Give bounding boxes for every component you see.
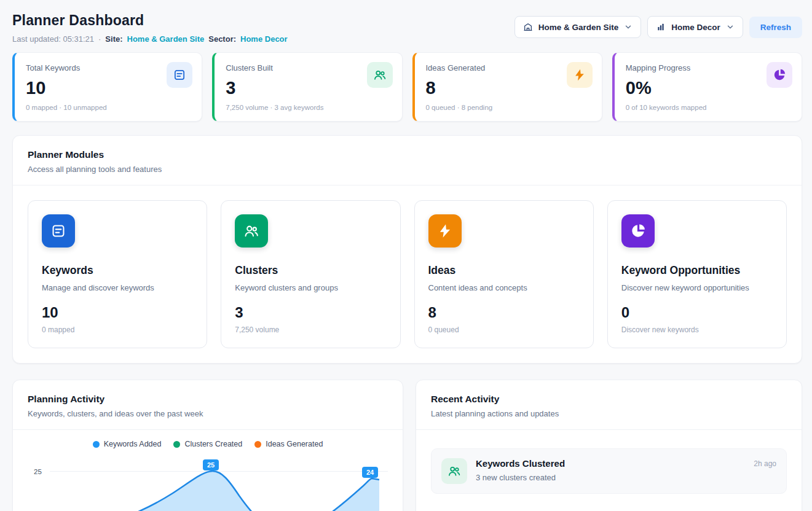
module-title: Keyword Opportunities xyxy=(621,264,773,277)
activity-timestamp: 2h ago xyxy=(754,458,776,468)
activity-title: Keywords Clustered xyxy=(476,458,565,469)
module-description: Keyword clusters and groups xyxy=(235,283,386,292)
stat-subtext: 0 queued · 8 pending xyxy=(426,104,591,111)
panel-subtitle: Access all planning tools and features xyxy=(28,165,787,174)
chevron-down-icon xyxy=(624,23,633,31)
module-value: 0 xyxy=(621,304,773,321)
module-card-keyword-opportunities[interactable]: Keyword Opportunities Discover new keywo… xyxy=(607,200,787,348)
panel-subtitle: Latest planning actions and updates xyxy=(431,409,787,418)
legend-dot xyxy=(93,441,100,448)
stat-subtext: 0 of 10 keywords mapped xyxy=(626,104,790,111)
site-selector-value: Home & Garden Site xyxy=(538,23,619,32)
module-title: Keywords xyxy=(42,264,193,277)
page-title: Planner Dashboard xyxy=(12,12,288,29)
data-point-label: 24 xyxy=(362,467,378,478)
last-updated-text: Last updated: 05:31:21 xyxy=(12,34,94,44)
module-card-clusters[interactable]: Clusters Keyword clusters and groups 3 7… xyxy=(221,200,400,348)
module-value: 10 xyxy=(42,304,193,321)
stat-label: Clusters Built xyxy=(226,63,390,72)
sector-selector-dropdown[interactable]: Home Decor xyxy=(647,16,743,38)
stat-card-ideas-generated: Ideas Generated 8 0 queued · 8 pending xyxy=(412,52,602,122)
chart-legend: Keywords Added Clusters Created Ideas Ge… xyxy=(13,440,403,448)
stat-cards-row: Total Keywords 10 0 mapped · 10 unmapped… xyxy=(12,52,802,122)
legend-label: Keywords Added xyxy=(104,440,162,448)
panel-title: Planner Modules xyxy=(28,149,787,160)
stat-subtext: 0 mapped · 10 unmapped xyxy=(26,104,191,111)
planning-activity-chart: 25 25 24 xyxy=(23,454,390,511)
site-link[interactable]: Home & Garden Site xyxy=(127,34,205,44)
users-icon xyxy=(367,62,393,88)
y-axis-tick-25: 25 xyxy=(34,468,42,475)
module-card-ideas[interactable]: Ideas Content ideas and concepts 8 0 que… xyxy=(414,200,594,348)
recent-activity-panel: Recent Activity Latest planning actions … xyxy=(416,380,802,511)
planner-modules-panel: Planner Modules Access all planning tool… xyxy=(12,135,802,364)
sector-label: Sector: xyxy=(208,34,236,44)
legend-item-clusters-created: Clusters Created xyxy=(173,440,242,448)
stat-card-clusters-built: Clusters Built 3 7,250 volume · 3 avg ke… xyxy=(212,52,402,122)
planner-modules-header: Planner Modules Access all planning tool… xyxy=(13,136,802,185)
chevron-down-icon xyxy=(726,23,735,31)
legend-label: Clusters Created xyxy=(184,440,242,448)
planning-activity-panel: Planning Activity Keywords, clusters, an… xyxy=(12,380,403,511)
panel-title: Recent Activity xyxy=(431,394,787,405)
panel-title: Planning Activity xyxy=(28,394,388,405)
planner-dashboard-page: Planner Dashboard Last updated: 05:31:21… xyxy=(0,0,812,511)
pie-chart-icon xyxy=(621,214,655,248)
legend-label: Ideas Generated xyxy=(266,440,323,448)
bottom-row: Planning Activity Keywords, clusters, an… xyxy=(12,380,802,511)
stat-label: Mapping Progress xyxy=(626,63,790,72)
module-value: 3 xyxy=(235,304,386,321)
activity-item-keywords-clustered: Keywords Clustered 3 new clusters create… xyxy=(431,448,787,494)
module-subtext: Discover new keywords xyxy=(621,326,773,334)
keywords-added-area-series xyxy=(50,460,389,511)
recent-activity-header: Recent Activity Latest planning actions … xyxy=(416,380,802,430)
stat-value: 3 xyxy=(226,78,390,98)
stat-label: Total Keywords xyxy=(26,63,191,72)
modules-grid: Keywords Manage and discover keywords 10… xyxy=(13,185,802,363)
stat-subtext: 7,250 volume · 3 avg keywords xyxy=(226,104,390,111)
document-lines-icon xyxy=(42,214,75,248)
legend-item-ideas-generated: Ideas Generated xyxy=(254,440,323,448)
module-subtext: 0 queued xyxy=(428,326,580,334)
bar-chart-icon xyxy=(656,22,666,32)
document-lines-icon xyxy=(167,62,192,88)
users-icon xyxy=(235,214,268,248)
sector-selector-value: Home Decor xyxy=(671,23,720,32)
activity-description: 3 new clusters created xyxy=(476,473,565,482)
module-description: Content ideas and concepts xyxy=(428,283,580,292)
planning-activity-header: Planning Activity Keywords, clusters, an… xyxy=(13,380,403,430)
module-subtext: 7,250 volume xyxy=(235,326,386,334)
stat-card-total-keywords: Total Keywords 10 0 mapped · 10 unmapped xyxy=(12,52,202,122)
module-description: Discover new keyword opportunities xyxy=(621,283,773,292)
header-controls: Home & Garden Site Home Decor Refresh xyxy=(514,16,802,38)
legend-dot xyxy=(173,441,180,448)
header-left: Planner Dashboard Last updated: 05:31:21… xyxy=(12,12,288,44)
module-description: Manage and discover keywords xyxy=(42,283,193,292)
building-icon xyxy=(523,22,533,32)
pie-chart-icon xyxy=(767,62,792,88)
module-value: 8 xyxy=(428,304,580,321)
site-label: Site: xyxy=(105,34,122,44)
stat-label: Ideas Generated xyxy=(426,63,591,72)
refresh-button[interactable]: Refresh xyxy=(749,17,802,38)
sector-link[interactable]: Home Decor xyxy=(240,34,288,44)
module-title: Ideas xyxy=(428,264,580,277)
site-selector-dropdown[interactable]: Home & Garden Site xyxy=(514,16,642,38)
data-point-label: 25 xyxy=(203,459,219,470)
lightning-icon xyxy=(428,214,462,248)
users-icon xyxy=(441,458,467,484)
lightning-icon xyxy=(567,62,593,88)
module-card-keywords[interactable]: Keywords Manage and discover keywords 10… xyxy=(28,200,207,348)
panel-subtitle: Keywords, clusters, and ideas over the p… xyxy=(28,409,388,418)
stat-value: 10 xyxy=(26,78,191,98)
page-header: Planner Dashboard Last updated: 05:31:21… xyxy=(12,12,802,44)
stat-value: 0% xyxy=(626,78,790,98)
meta-separator: · xyxy=(98,34,101,44)
page-meta: Last updated: 05:31:21 · Site: Home & Ga… xyxy=(12,34,288,44)
module-subtext: 0 mapped xyxy=(42,326,193,334)
legend-item-keywords-added: Keywords Added xyxy=(93,440,162,448)
legend-dot xyxy=(254,441,261,448)
stat-value: 8 xyxy=(426,78,591,98)
module-title: Clusters xyxy=(235,264,386,277)
stat-card-mapping-progress: Mapping Progress 0% 0 of 10 keywords map… xyxy=(612,52,802,122)
